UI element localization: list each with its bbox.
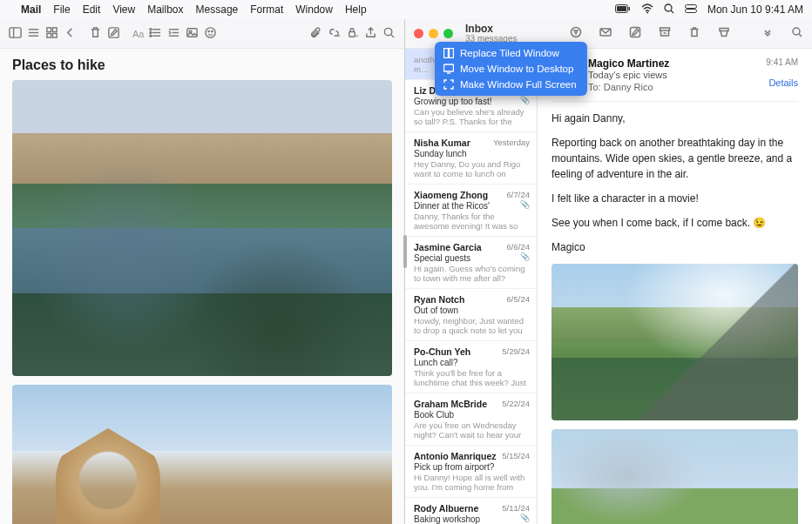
msg-time: Yesterday (493, 138, 530, 147)
message-item[interactable]: Rody Albuerne5/11/24📎Baking workshopHell… (405, 498, 537, 524)
fullscreen-icon (443, 79, 454, 90)
indent-icon[interactable] (167, 26, 180, 42)
search-icon[interactable] (791, 26, 803, 41)
menubar: Mail File Edit View Mailbox Message Form… (0, 0, 812, 19)
message-item[interactable]: Ryan Notch6/5/24Out of townHowdy, neighb… (405, 289, 537, 341)
more-icon[interactable] (761, 26, 774, 41)
menu-window[interactable]: Window (295, 3, 333, 16)
msg-preview: Are you free on Wednesday night? Can't w… (414, 420, 530, 440)
svg-rect-13 (47, 27, 51, 31)
window-minimize[interactable] (429, 29, 438, 38)
svg-point-44 (793, 28, 800, 35)
svg-point-21 (150, 28, 152, 30)
filter-icon[interactable] (570, 26, 582, 41)
menu-mailbox[interactable]: Mailbox (147, 3, 183, 16)
msg-time: 5/15/24 (502, 451, 530, 460)
font-icon[interactable]: Aa (132, 29, 144, 39)
split-divider-handle[interactable] (403, 235, 407, 268)
svg-rect-7 (685, 10, 696, 13)
to-label: To: (588, 82, 601, 92)
menu-message[interactable]: Message (196, 3, 239, 16)
left-toolbar: Aa (0, 19, 404, 49)
msg-preview: Howdy, neighbor, Just wanted to drop a q… (414, 316, 530, 335)
body-p2: Reporting back on another breathtaking d… (551, 135, 798, 182)
menu-help[interactable]: Help (345, 3, 367, 16)
spotlight-icon[interactable] (664, 3, 674, 17)
svg-rect-8 (10, 27, 21, 37)
left-pane: Aa Places to hike (0, 19, 405, 524)
menu-format[interactable]: Format (250, 3, 283, 16)
body-p3: I felt like a character in a movie! (551, 191, 798, 206)
junk-icon[interactable] (718, 26, 730, 41)
msg-preview: Hi Danny! Hope all is well with you. I'm… (414, 473, 530, 492)
battery-icon[interactable] (615, 3, 631, 16)
compose-icon[interactable] (107, 26, 120, 42)
photo-rock-arch (12, 385, 392, 524)
emoji-icon[interactable] (204, 26, 217, 42)
search-icon[interactable] (382, 26, 396, 42)
envelope-icon[interactable] (599, 26, 612, 41)
svg-line-45 (799, 34, 802, 37)
menu-file[interactable]: File (53, 3, 70, 16)
delete-icon[interactable] (89, 26, 102, 42)
mailbox-title[interactable]: Inbox 33 messages (465, 24, 517, 44)
share-icon[interactable] (364, 26, 377, 42)
menubar-clock[interactable]: Mon Jun 10 9:41 AM (707, 3, 803, 16)
msg-preview: Hey Danny, Do you and Rigo want to come … (414, 159, 530, 178)
message-item[interactable]: Antonio Manriquez5/15/24Pick up from air… (405, 446, 537, 498)
trash-icon[interactable] (688, 26, 700, 41)
message-item[interactable]: Graham McBride5/22/24Book ClubAre you fr… (405, 393, 537, 446)
attachment-icon: 📎 (520, 96, 530, 104)
attach-icon[interactable] (309, 26, 322, 42)
menu-fullscreen[interactable]: Make Window Full Screen (435, 77, 587, 92)
message-item[interactable]: Xiaomeng Zhong6/7/24📎Dinner at the Ricos… (405, 185, 537, 237)
svg-rect-2 (628, 7, 630, 10)
svg-point-29 (206, 27, 215, 37)
sidebar-toggle-icon[interactable] (9, 26, 22, 42)
menu-move-desktop[interactable]: Move Window to Desktop (435, 61, 587, 77)
control-center-icon[interactable] (685, 3, 697, 16)
window-control-menu: Replace Tiled Window Move Window to Desk… (435, 42, 587, 96)
attachment-icon: 📎 (520, 514, 530, 522)
svg-point-4 (665, 4, 672, 11)
archive-icon[interactable] (659, 26, 671, 41)
message-item[interactable]: Jasmine Garcia6/6/24📎Special guestsHi ag… (405, 237, 537, 289)
tile-replace-icon (443, 48, 454, 58)
window-close[interactable] (414, 29, 423, 38)
format-list-icon[interactable] (149, 26, 162, 42)
menu-view[interactable]: View (112, 3, 135, 16)
message-item[interactable]: Po-Chun Yeh5/29/24Lunch call?Think you'l… (405, 341, 537, 393)
msg-preview: Hi again. Guess who's coming to town wit… (414, 264, 530, 283)
lock-dropdown-icon[interactable] (346, 26, 359, 42)
window-fullscreen[interactable] (443, 29, 453, 38)
wifi-icon[interactable] (641, 3, 653, 17)
svg-rect-47 (450, 49, 454, 58)
msg-subject: Pick up from airport? (414, 462, 530, 472)
msg-subject: Baking workshop (414, 514, 530, 524)
menu-edit[interactable]: Edit (83, 3, 101, 16)
app-menu[interactable]: Mail (21, 3, 41, 16)
reader-photo-2 (551, 429, 798, 524)
msg-subject: Special guests (414, 253, 530, 263)
message-item[interactable]: Nisha KumarYesterdaySunday lunchHey Dann… (405, 132, 537, 185)
menu-replace-tiled[interactable]: Replace Tiled Window (435, 45, 587, 61)
compose-icon[interactable] (629, 26, 641, 41)
msg-subject: Lunch call? (414, 358, 530, 367)
details-link[interactable]: Details (766, 77, 798, 88)
msg-preview: Danny, Thanks for the awesome evening! I… (414, 212, 530, 231)
reader-to: Danny Rico (604, 82, 653, 92)
list-view-icon[interactable] (27, 26, 40, 42)
reading-pane[interactable]: Magico Martinez Today's epic views To: D… (538, 49, 812, 524)
message-list[interactable]: another breathtaking day in the m…Liz Di… (405, 49, 538, 524)
back-icon[interactable] (64, 26, 77, 42)
attachment-icon: 📎 (520, 252, 530, 261)
reader-from: Magico Martinez (588, 57, 757, 70)
msg-subject: Book Club (414, 410, 530, 420)
svg-rect-1 (617, 6, 626, 11)
grid-view-icon[interactable] (45, 26, 58, 42)
photo-icon[interactable] (186, 26, 199, 42)
svg-line-34 (391, 34, 394, 37)
svg-rect-43 (720, 29, 728, 31)
document-body[interactable]: Places to hike (0, 49, 404, 524)
link-dropdown-icon[interactable] (328, 26, 341, 42)
